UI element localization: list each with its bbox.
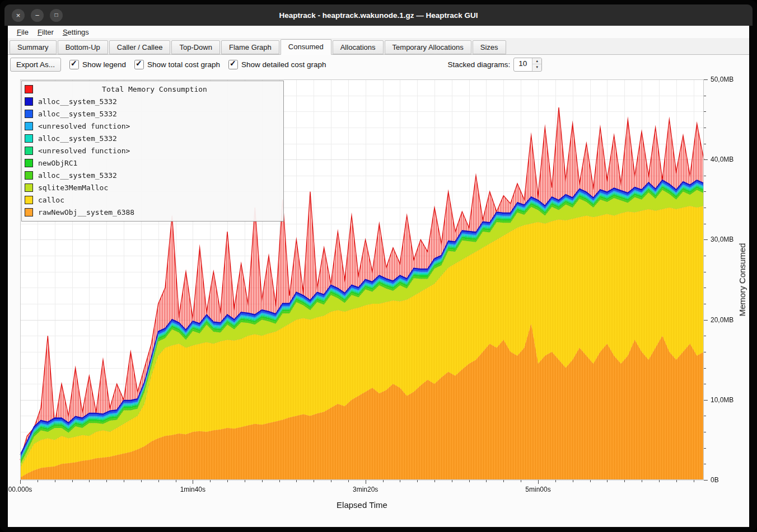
menubar: File Filter Settings [8,26,749,38]
x-axis-title: Elapsed Time [337,500,387,510]
window-content: File Filter Settings SummaryBottom-UpCal… [8,26,749,526]
legend-row: alloc__system_5332 [22,169,283,181]
y-tick-label: 20,0MB [711,316,733,324]
close-glyph: × [16,12,21,19]
export-as-button[interactable]: Export As... [10,58,61,72]
legend-row: alloc__system_5332 [22,107,283,120]
heaptrack-window: × − □ Heaptrack - heaptrack.wakunode.1.g… [0,0,757,532]
y-tick-label: 10,0MB [711,396,733,404]
x-tick-label: 5min00s [525,486,550,493]
legend-label: newObjRC1 [38,159,77,167]
maximize-icon[interactable]: □ [50,9,63,22]
stacked-diagrams-spinner[interactable]: 10 ▲ ▼ [513,58,542,72]
checkmark-icon: ✓ [230,59,236,68]
minimize-icon[interactable]: − [31,9,44,22]
checkbox-show-total-cost-graph[interactable]: ✓Show total cost graph [134,60,220,69]
titlebar[interactable]: × − □ Heaptrack - heaptrack.wakunode.1.g… [4,4,753,26]
legend-row: sqlite3MemMalloc [22,181,283,194]
toolbar-checkboxes: ✓Show legend✓Show total cost graph✓Show … [69,60,326,69]
menu-filter[interactable]: Filter [33,27,58,37]
tab-temporary-allocations[interactable]: Temporary Allocations [385,40,471,54]
legend-label: alloc__system_5332 [38,97,117,106]
legend-swatch [25,208,33,216]
menu-settings[interactable]: Settings [58,27,94,37]
y-axis-title: Memory Consumed [737,243,747,317]
checkmark-icon: ✓ [71,59,77,68]
legend-row: newObjRC1 [22,157,283,169]
legend-swatch [25,183,33,192]
checkbox-label: Show total cost graph [147,60,220,69]
legend-row: calloc [22,194,283,206]
spinner-up-icon[interactable]: ▲ [532,58,541,65]
chart-area: Total Memory Consumptionalloc__system_53… [8,74,749,527]
spinner-buttons: ▲ ▼ [532,58,541,71]
legend-label: alloc__system_5332 [38,134,117,143]
legend-swatch [25,122,33,130]
close-icon[interactable]: × [12,9,25,22]
y-tick-label: 40,0MB [711,156,733,163]
checkbox-box[interactable]: ✓ [228,60,238,69]
y-tick-label: 30,0MB [711,236,733,243]
legend-swatch [25,147,33,155]
legend-label: calloc [38,196,64,204]
chart-legend: Total Memory Consumptionalloc__system_53… [21,81,284,222]
legend-label: alloc__system_5332 [38,110,117,118]
tab-top-down[interactable]: Top-Down [171,40,220,54]
legend-swatch [25,110,33,118]
legend-row: <unresolved function> [22,144,283,157]
legend-swatch [25,134,33,143]
tab-summary[interactable]: Summary [10,40,57,54]
spinner-value: 10 [514,58,532,71]
checkbox-box[interactable]: ✓ [134,60,144,69]
legend-swatch [25,196,33,204]
tab-flame-graph[interactable]: Flame Graph [221,40,279,54]
checkbox-box[interactable]: ✓ [69,60,79,69]
legend-title-row: Total Memory Consumption [22,83,283,95]
tab-caller-callee[interactable]: Caller / Callee [109,40,171,54]
legend-row: rawNewObj__system_6388 [22,206,283,218]
legend-label: alloc__system_5332 [38,171,117,180]
spinner-down-icon[interactable]: ▼ [532,64,541,70]
legend-row: alloc__system_5332 [22,95,283,107]
checkbox-show-legend[interactable]: ✓Show legend [69,60,126,69]
legend-label: <unresolved function> [38,122,130,130]
tab-allocations[interactable]: Allocations [333,40,384,54]
legend-label: sqlite3MemMalloc [38,183,108,192]
y-tick-label: 50,0MB [711,76,733,83]
tab-consumed[interactable]: Consumed [281,39,331,55]
checkbox-show-detailed-cost-graph[interactable]: ✓Show detailed cost graph [228,60,326,69]
toolbar: Export As... ✓Show legend✓Show total cos… [8,55,749,74]
legend-swatch-total [25,85,33,93]
menu-file[interactable]: File [12,27,33,37]
checkmark-icon: ✓ [135,59,142,68]
checkbox-label: Show detailed cost graph [241,60,326,69]
legend-title: Total Memory Consumption [38,85,271,93]
maximize-glyph: □ [54,12,58,18]
legend-swatch [25,97,33,106]
window-controls: × − □ [12,9,63,22]
stacked-diagrams-label: Stacked diagrams: [448,60,511,69]
legend-swatch [25,159,33,167]
x-tick-label: 1min40s [180,486,205,493]
y-tick-label: 0B [711,476,719,484]
legend-swatch [25,171,33,180]
x-tick-label: 3min20s [353,486,378,493]
legend-label: <unresolved function> [38,147,130,155]
legend-row: alloc__system_5332 [22,132,283,144]
tab-bottom-up[interactable]: Bottom-Up [58,40,108,54]
x-tick-label: 00.000s [8,486,32,493]
legend-row: <unresolved function> [22,120,283,132]
tab-bar: SummaryBottom-UpCaller / CalleeTop-DownF… [8,38,749,55]
minimize-glyph: − [35,12,40,19]
tab-sizes[interactable]: Sizes [473,40,506,54]
legend-label: rawNewObj__system_6388 [38,208,134,216]
window-title: Heaptrack - heaptrack.wakunode.1.gz — He… [4,11,753,20]
checkbox-label: Show legend [82,60,126,69]
